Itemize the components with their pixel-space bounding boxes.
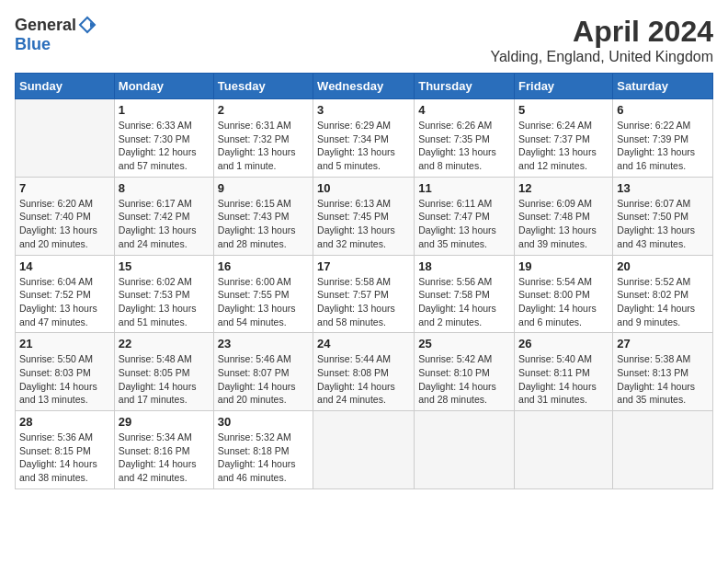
calendar-cell: 20Sunrise: 5:52 AM Sunset: 8:02 PM Dayli… xyxy=(613,255,713,333)
day-info: Sunrise: 6:17 AM Sunset: 7:42 PM Dayligh… xyxy=(119,197,210,251)
day-info: Sunrise: 6:22 AM Sunset: 7:39 PM Dayligh… xyxy=(617,119,709,173)
day-info: Sunrise: 5:58 AM Sunset: 7:57 PM Dayligh… xyxy=(317,275,410,329)
day-info: Sunrise: 6:07 AM Sunset: 7:50 PM Dayligh… xyxy=(617,197,709,251)
calendar-row-1: 1Sunrise: 6:33 AM Sunset: 7:30 PM Daylig… xyxy=(16,99,713,178)
calendar-cell: 28Sunrise: 5:36 AM Sunset: 8:15 PM Dayli… xyxy=(16,411,115,489)
day-number: 28 xyxy=(19,415,110,429)
day-number: 23 xyxy=(218,337,309,350)
calendar-cell: 21Sunrise: 5:50 AM Sunset: 8:03 PM Dayli… xyxy=(16,333,115,411)
day-number: 4 xyxy=(418,103,510,117)
calendar-cell: 17Sunrise: 5:58 AM Sunset: 7:57 PM Dayli… xyxy=(313,255,415,333)
day-number: 1 xyxy=(119,103,210,117)
day-number: 6 xyxy=(617,103,709,117)
day-info: Sunrise: 5:56 AM Sunset: 7:58 PM Dayligh… xyxy=(418,275,510,329)
day-info: Sunrise: 6:00 AM Sunset: 7:55 PM Dayligh… xyxy=(218,275,309,329)
day-info: Sunrise: 6:04 AM Sunset: 7:52 PM Dayligh… xyxy=(19,275,110,329)
calendar-cell: 8Sunrise: 6:17 AM Sunset: 7:42 PM Daylig… xyxy=(114,177,213,255)
day-info: Sunrise: 5:52 AM Sunset: 8:02 PM Dayligh… xyxy=(617,275,709,329)
day-number: 29 xyxy=(119,415,210,429)
day-number: 17 xyxy=(317,259,410,273)
day-info: Sunrise: 6:02 AM Sunset: 7:53 PM Dayligh… xyxy=(119,275,210,329)
calendar-cell: 30Sunrise: 5:32 AM Sunset: 8:18 PM Dayli… xyxy=(213,411,313,489)
logo: General Blue xyxy=(15,15,98,54)
location-title: Yalding, England, United Kingdom xyxy=(490,49,713,65)
calendar-cell: 5Sunrise: 6:24 AM Sunset: 7:37 PM Daylig… xyxy=(515,99,613,178)
calendar-cell: 25Sunrise: 5:42 AM Sunset: 8:10 PM Dayli… xyxy=(415,333,515,411)
calendar-cell: 9Sunrise: 6:15 AM Sunset: 7:43 PM Daylig… xyxy=(213,177,313,255)
day-info: Sunrise: 5:40 AM Sunset: 8:11 PM Dayligh… xyxy=(518,352,609,407)
calendar-row-5: 28Sunrise: 5:36 AM Sunset: 8:15 PM Dayli… xyxy=(16,411,713,489)
calendar-cell xyxy=(16,99,115,178)
calendar-cell: 2Sunrise: 6:31 AM Sunset: 7:32 PM Daylig… xyxy=(213,99,313,178)
weekday-header-sunday: Sunday xyxy=(16,74,115,99)
calendar-cell: 12Sunrise: 6:09 AM Sunset: 7:48 PM Dayli… xyxy=(515,177,613,255)
calendar-cell: 16Sunrise: 6:00 AM Sunset: 7:55 PM Dayli… xyxy=(213,255,313,333)
calendar-cell xyxy=(313,411,415,489)
day-info: Sunrise: 5:36 AM Sunset: 8:15 PM Dayligh… xyxy=(19,431,110,485)
day-number: 3 xyxy=(317,103,410,117)
calendar-row-4: 21Sunrise: 5:50 AM Sunset: 8:03 PM Dayli… xyxy=(16,333,713,411)
day-info: Sunrise: 6:09 AM Sunset: 7:48 PM Dayligh… xyxy=(518,197,609,251)
weekday-header-thursday: Thursday xyxy=(415,74,515,99)
calendar-cell: 10Sunrise: 6:13 AM Sunset: 7:45 PM Dayli… xyxy=(313,177,415,255)
day-info: Sunrise: 5:48 AM Sunset: 8:05 PM Dayligh… xyxy=(119,352,210,407)
day-number: 10 xyxy=(317,181,410,195)
day-number: 11 xyxy=(418,181,510,195)
calendar-cell: 19Sunrise: 5:54 AM Sunset: 8:00 PM Dayli… xyxy=(515,255,613,333)
weekday-header-row: SundayMondayTuesdayWednesdayThursdayFrid… xyxy=(16,74,713,99)
calendar-cell: 4Sunrise: 6:26 AM Sunset: 7:35 PM Daylig… xyxy=(415,99,515,178)
day-info: Sunrise: 5:50 AM Sunset: 8:03 PM Dayligh… xyxy=(19,352,110,407)
day-info: Sunrise: 5:34 AM Sunset: 8:16 PM Dayligh… xyxy=(119,431,210,485)
calendar-cell xyxy=(613,411,713,489)
calendar-cell: 23Sunrise: 5:46 AM Sunset: 8:07 PM Dayli… xyxy=(213,333,313,411)
logo-blue: Blue xyxy=(15,35,51,53)
calendar-cell: 13Sunrise: 6:07 AM Sunset: 7:50 PM Dayli… xyxy=(613,177,713,255)
calendar-cell: 29Sunrise: 5:34 AM Sunset: 8:16 PM Dayli… xyxy=(114,411,213,489)
calendar-cell: 15Sunrise: 6:02 AM Sunset: 7:53 PM Dayli… xyxy=(114,255,213,333)
calendar-cell: 27Sunrise: 5:38 AM Sunset: 8:13 PM Dayli… xyxy=(613,333,713,411)
logo-general: General xyxy=(15,16,76,35)
day-info: Sunrise: 6:33 AM Sunset: 7:30 PM Dayligh… xyxy=(119,119,210,173)
day-number: 2 xyxy=(218,103,309,117)
day-info: Sunrise: 5:42 AM Sunset: 8:10 PM Dayligh… xyxy=(418,352,510,407)
day-number: 5 xyxy=(518,103,609,117)
day-number: 9 xyxy=(218,181,309,195)
day-info: Sunrise: 5:38 AM Sunset: 8:13 PM Dayligh… xyxy=(617,352,709,407)
weekday-header-wednesday: Wednesday xyxy=(313,74,415,99)
calendar-cell: 7Sunrise: 6:20 AM Sunset: 7:40 PM Daylig… xyxy=(16,177,115,255)
day-number: 15 xyxy=(119,259,210,273)
day-number: 19 xyxy=(518,259,609,273)
calendar-cell: 24Sunrise: 5:44 AM Sunset: 8:08 PM Dayli… xyxy=(313,333,415,411)
header: General Blue April 2024 Yalding, England… xyxy=(15,15,713,65)
day-info: Sunrise: 6:13 AM Sunset: 7:45 PM Dayligh… xyxy=(317,197,410,251)
day-number: 18 xyxy=(418,259,510,273)
logo-icon xyxy=(77,15,97,35)
weekday-header-tuesday: Tuesday xyxy=(213,74,313,99)
month-title: April 2024 xyxy=(490,15,713,49)
calendar-cell: 1Sunrise: 6:33 AM Sunset: 7:30 PM Daylig… xyxy=(114,99,213,178)
calendar-cell: 26Sunrise: 5:40 AM Sunset: 8:11 PM Dayli… xyxy=(515,333,613,411)
day-info: Sunrise: 6:15 AM Sunset: 7:43 PM Dayligh… xyxy=(218,197,309,251)
calendar-cell: 3Sunrise: 6:29 AM Sunset: 7:34 PM Daylig… xyxy=(313,99,415,178)
day-number: 24 xyxy=(317,337,410,350)
calendar-cell: 18Sunrise: 5:56 AM Sunset: 7:58 PM Dayli… xyxy=(415,255,515,333)
weekday-header-monday: Monday xyxy=(114,74,213,99)
day-info: Sunrise: 6:24 AM Sunset: 7:37 PM Dayligh… xyxy=(518,119,609,173)
day-info: Sunrise: 6:20 AM Sunset: 7:40 PM Dayligh… xyxy=(19,197,110,251)
day-number: 20 xyxy=(617,259,709,273)
day-info: Sunrise: 5:32 AM Sunset: 8:18 PM Dayligh… xyxy=(218,431,309,485)
day-number: 12 xyxy=(518,181,609,195)
day-info: Sunrise: 6:29 AM Sunset: 7:34 PM Dayligh… xyxy=(317,119,410,173)
day-info: Sunrise: 5:46 AM Sunset: 8:07 PM Dayligh… xyxy=(218,352,309,407)
day-number: 14 xyxy=(19,259,110,273)
weekday-header-friday: Friday xyxy=(515,74,613,99)
calendar-cell: 6Sunrise: 6:22 AM Sunset: 7:39 PM Daylig… xyxy=(613,99,713,178)
calendar-cell: 14Sunrise: 6:04 AM Sunset: 7:52 PM Dayli… xyxy=(16,255,115,333)
calendar-cell: 11Sunrise: 6:11 AM Sunset: 7:47 PM Dayli… xyxy=(415,177,515,255)
day-number: 16 xyxy=(218,259,309,273)
day-number: 7 xyxy=(19,181,110,195)
calendar-row-3: 14Sunrise: 6:04 AM Sunset: 7:52 PM Dayli… xyxy=(16,255,713,333)
calendar-cell xyxy=(415,411,515,489)
day-number: 26 xyxy=(518,337,609,350)
title-area: April 2024 Yalding, England, United King… xyxy=(490,15,713,65)
